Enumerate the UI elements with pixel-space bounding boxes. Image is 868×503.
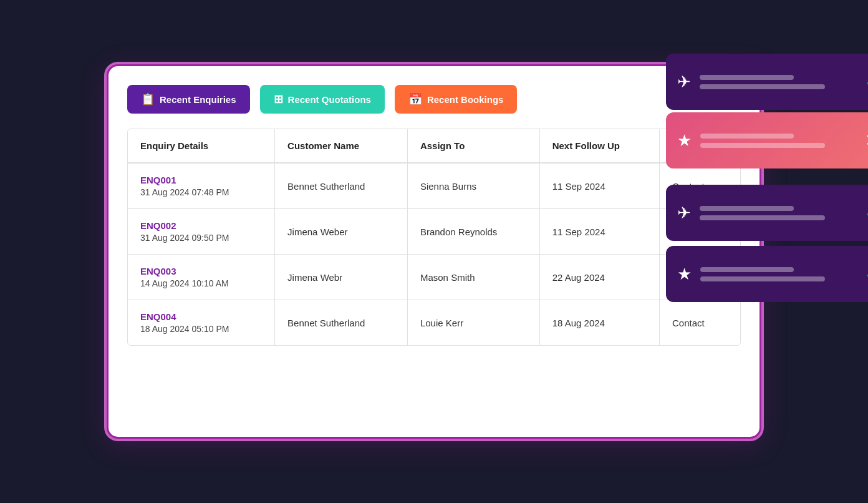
enq-date-0: 31 Aug 2024 07:48 PM <box>140 187 262 197</box>
star-icon-1: ★ <box>677 131 692 150</box>
tab-enquiries-label: Recent Enquiries <box>160 94 236 105</box>
notif-card-3[interactable]: ✈ ✓ <box>666 185 868 241</box>
bookings-icon: 📅 <box>408 92 422 106</box>
check-icon-3[interactable]: ✓ <box>865 264 868 285</box>
plane-icon-2: ✈ <box>677 203 691 223</box>
notif-line-3b <box>700 215 825 220</box>
table-row: ENQ003 14 Aug 2024 10:10 AM Jimena Webr … <box>128 255 740 300</box>
tab-recent-bookings[interactable]: 📅 Recent Bookings <box>395 85 518 114</box>
cell-followup-3: 18 Aug 2024 <box>539 300 659 346</box>
col-enquiry-details: Enquiry Details <box>128 129 275 163</box>
enq-date-1: 31 Aug 2024 09:50 PM <box>140 233 262 243</box>
notif-card-4[interactable]: ★ ✓ <box>666 246 868 302</box>
cell-enquiry-2: ENQ003 14 Aug 2024 10:10 AM <box>128 255 275 300</box>
table-header-row: Enquiry Details Customer Name Assign To … <box>128 129 740 163</box>
enq-date-3: 18 Aug 2024 05:10 PM <box>140 324 262 334</box>
cell-enquiry-3: ENQ004 18 Aug 2024 05:10 PM <box>128 300 275 346</box>
cell-customer-0: Bennet Sutherland <box>275 163 408 209</box>
notif-cards-top: ✈ ✓ ★ ✕ <box>666 54 868 171</box>
enquiries-table-wrap: Enquiry Details Customer Name Assign To … <box>127 129 741 346</box>
notif-lines-1 <box>700 75 856 89</box>
check-icon-2[interactable]: ✓ <box>865 203 868 223</box>
col-next-follow-up: Next Follow Up <box>539 129 659 163</box>
cell-assign-2: Mason Smith <box>407 255 539 300</box>
notif-card-2[interactable]: ★ ✕ <box>666 112 868 168</box>
enq-id-2[interactable]: ENQ003 <box>140 266 262 276</box>
cross-icon-1[interactable]: ✕ <box>865 130 868 151</box>
cell-customer-1: Jimena Weber <box>275 209 408 255</box>
notif-line-1b <box>700 84 825 89</box>
col-customer-name: Customer Name <box>275 129 408 163</box>
notif-line-4a <box>700 267 794 272</box>
plane-icon-1: ✈ <box>677 72 691 92</box>
table-body: ENQ001 31 Aug 2024 07:48 PM Bennet Suthe… <box>128 163 740 345</box>
cell-customer-2: Jimena Webr <box>275 255 408 300</box>
cell-action-3[interactable]: Contact <box>660 300 741 346</box>
notif-line-2b <box>700 143 825 148</box>
enq-id-1[interactable]: ENQ002 <box>140 220 262 231</box>
enquiries-icon: 📋 <box>141 92 155 106</box>
tab-bookings-label: Recent Bookings <box>427 94 504 105</box>
cell-assign-1: Brandon Reynolds <box>407 209 539 255</box>
notif-line-3a <box>700 206 794 211</box>
cell-customer-3: Bennet Sutherland <box>275 300 408 346</box>
cell-followup-2: 22 Aug 2024 <box>539 255 659 300</box>
notif-lines-3 <box>700 206 856 220</box>
cell-assign-3: Louie Kerr <box>407 300 539 346</box>
check-icon-1[interactable]: ✓ <box>865 72 868 92</box>
col-assign-to: Assign To <box>407 129 539 163</box>
notif-lines-2 <box>700 134 856 148</box>
cell-followup-0: 11 Sep 2024 <box>539 163 659 209</box>
star-icon-2: ★ <box>677 265 692 284</box>
table-row: ENQ002 31 Aug 2024 09:50 PM Jimena Weber… <box>128 209 740 255</box>
cell-enquiry-1: ENQ002 31 Aug 2024 09:50 PM <box>128 209 275 255</box>
enq-id-0[interactable]: ENQ001 <box>140 175 262 185</box>
table-row: ENQ001 31 Aug 2024 07:48 PM Bennet Suthe… <box>128 163 740 209</box>
enquiries-table: Enquiry Details Customer Name Assign To … <box>128 129 740 345</box>
cell-followup-1: 11 Sep 2024 <box>539 209 659 255</box>
tab-recent-quotations[interactable]: ⊞ Recent Quotations <box>260 85 385 114</box>
main-card: 📋 Recent Enquiries ⊞ Recent Quotations 📅… <box>107 64 761 439</box>
enq-id-3[interactable]: ENQ004 <box>140 311 262 322</box>
notif-line-4b <box>700 276 825 281</box>
notif-lines-4 <box>700 267 856 281</box>
notif-line-1a <box>700 75 794 80</box>
tab-quotations-label: Recent Quotations <box>288 94 371 105</box>
notif-card-1[interactable]: ✈ ✓ <box>666 54 868 110</box>
quotations-icon: ⊞ <box>274 92 283 106</box>
tab-recent-enquiries[interactable]: 📋 Recent Enquiries <box>127 85 250 114</box>
tabs-container: 📋 Recent Enquiries ⊞ Recent Quotations 📅… <box>127 85 741 114</box>
notif-cards-bottom: ✈ ✓ ★ ✓ <box>666 185 868 305</box>
table-row: ENQ004 18 Aug 2024 05:10 PM Bennet Suthe… <box>128 300 740 346</box>
notif-line-2a <box>700 134 794 139</box>
cell-assign-0: Sienna Burns <box>407 163 539 209</box>
enq-date-2: 14 Aug 2024 10:10 AM <box>140 278 262 288</box>
cell-enquiry-0: ENQ001 31 Aug 2024 07:48 PM <box>128 163 275 209</box>
